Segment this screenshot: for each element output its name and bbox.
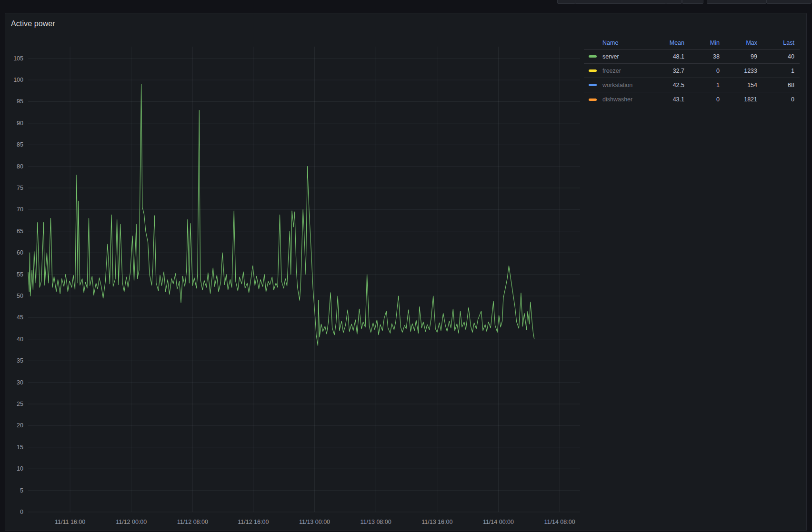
x-tick-label: 11/12 08:00 (171, 518, 214, 526)
y-tick-label: 10 (2, 465, 23, 473)
legend-series-name[interactable]: dishwasher (584, 96, 642, 103)
legend-stat-value: 0 (757, 96, 794, 103)
series-label: freezer (602, 68, 621, 74)
legend-row-workstation[interactable]: workstation42.5115468 (584, 78, 800, 92)
legend-header-mean[interactable]: Mean (642, 39, 684, 46)
y-tick-label: 5 (2, 487, 23, 494)
y-tick-label: 30 (2, 379, 23, 386)
legend-stat-value: 99 (720, 53, 757, 60)
y-tick-label: 35 (2, 357, 23, 365)
y-tick-label: 100 (2, 76, 23, 84)
y-tick-label: 60 (2, 249, 23, 256)
series-color-swatch (589, 55, 597, 58)
legend-row-server[interactable]: server48.1389940 (584, 49, 800, 64)
legend-stat-value: 68 (757, 82, 794, 89)
y-tick-label: 90 (2, 119, 23, 127)
legend-stat-value: 1 (757, 68, 794, 74)
legend-series-name[interactable]: server (584, 53, 642, 60)
x-tick-label: 11/12 16:00 (232, 518, 275, 526)
legend-stat-value: 32.7 (642, 68, 684, 74)
toolbar-button-fragment[interactable] (707, 0, 766, 4)
series-label: dishwasher (602, 96, 632, 103)
legend-row-dishwasher[interactable]: dishwasher43.1018210 (584, 92, 800, 107)
legend-stat-value: 154 (720, 82, 757, 89)
legend-series-name[interactable]: workstation (584, 82, 642, 89)
x-tick-label: 11/14 00:00 (477, 518, 520, 526)
x-tick-label: 11/13 08:00 (354, 518, 397, 526)
x-tick-label: 11/11 16:00 (49, 518, 91, 526)
y-tick-label: 80 (2, 163, 23, 170)
series-label: server (602, 53, 619, 60)
legend-stat-value: 42.5 (642, 82, 684, 89)
legend-header-row: Name Mean Min Max Last (584, 37, 800, 49)
y-tick-label: 70 (2, 206, 23, 213)
legend-stat-value: 0 (684, 96, 720, 103)
legend-header-last[interactable]: Last (757, 39, 794, 46)
legend-stat-value: 38 (684, 53, 720, 60)
time-range-button[interactable] (575, 0, 666, 4)
y-tick-label: 40 (2, 335, 23, 343)
y-tick-label: 25 (2, 400, 23, 408)
grafana-dashboard: { "panel": { "title": "Active power" }, … (0, 0, 812, 532)
legend-stat-value: 1821 (720, 96, 757, 103)
y-tick-label: 105 (2, 55, 23, 62)
legend-stat-value: 48.1 (642, 53, 684, 60)
timeseries-panel: Active power 051015202530354045505560657… (5, 13, 807, 531)
y-tick-label: 0 (2, 508, 23, 516)
legend-stat-value: 0 (684, 68, 720, 74)
series-line-server (28, 84, 534, 345)
y-tick-label: 20 (2, 422, 23, 429)
x-tick-label: 11/13 16:00 (416, 518, 459, 526)
y-tick-label: 85 (2, 141, 23, 148)
legend-header-name[interactable]: Name (584, 39, 642, 46)
y-tick-label: 65 (2, 227, 23, 235)
legend-row-freezer[interactable]: freezer32.7012331 (584, 64, 800, 78)
time-picker-clock-button[interactable] (557, 0, 575, 4)
legend-stat-value: 1233 (720, 68, 757, 74)
series-color-swatch (589, 99, 597, 101)
x-tick-label: 11/13 00:00 (293, 518, 336, 526)
zoom-out-icon[interactable] (666, 0, 682, 4)
series-color-swatch (589, 69, 597, 72)
legend-table: Name Mean Min Max Last server48.1389940f… (584, 37, 800, 107)
y-tick-label: 45 (2, 314, 23, 321)
y-tick-label: 75 (2, 184, 23, 192)
legend-header-min[interactable]: Min (684, 39, 720, 46)
series-label: workstation (602, 82, 632, 89)
legend-stat-value: 40 (757, 53, 794, 60)
y-tick-label: 15 (2, 443, 23, 451)
legend-header-max[interactable]: Max (720, 39, 757, 46)
x-tick-label: 11/12 00:00 (110, 518, 153, 526)
legend-stat-value: 1 (684, 82, 720, 89)
legend-stat-value: 43.1 (642, 96, 684, 103)
y-tick-label: 55 (2, 271, 23, 278)
y-tick-label: 95 (2, 98, 23, 105)
series-color-swatch (589, 84, 597, 86)
toolbar-button-fragment[interactable] (766, 0, 812, 4)
legend-series-name[interactable]: freezer (584, 68, 642, 74)
y-tick-label: 50 (2, 292, 23, 300)
refresh-button[interactable] (682, 0, 703, 4)
panel-title[interactable]: Active power (11, 16, 55, 31)
x-tick-label: 11/14 08:00 (538, 518, 581, 526)
